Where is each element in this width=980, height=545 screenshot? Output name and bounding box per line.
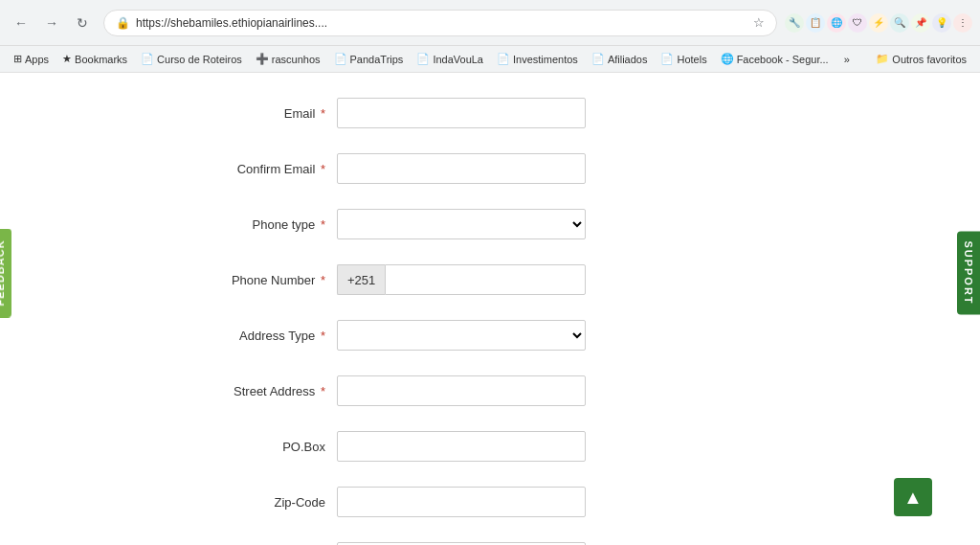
phone-type-row: Phone type * <box>165 203 815 245</box>
confirm-email-required: * <box>317 162 325 176</box>
ext-icon-5[interactable]: ⚡ <box>869 13 888 33</box>
ext-icon-7[interactable]: 📌 <box>911 13 930 33</box>
folder-icon-6: 📄 <box>660 53 674 65</box>
ext-icon-1[interactable]: 🔧 <box>785 13 804 33</box>
address-type-required: * <box>317 329 325 343</box>
feedback-label: FEEDBACK <box>0 239 6 306</box>
email-input[interactable] <box>337 98 586 128</box>
support-label: SUPPORT <box>963 240 974 305</box>
bookmark-hotels-label: Hotels <box>677 54 706 65</box>
folder-icon-3: 📄 <box>416 53 430 65</box>
support-tab[interactable]: SUPPORT <box>957 231 980 314</box>
confirm-email-label: Confirm Email * <box>165 162 337 176</box>
main-content: Email * Confirm Email * Phone type * Pho… <box>0 73 980 545</box>
zip-code-input[interactable] <box>337 487 586 517</box>
email-row: Email * <box>165 92 815 134</box>
phone-type-select[interactable] <box>337 209 586 239</box>
confirm-email-input[interactable] <box>337 153 586 184</box>
bookmark-indavoula[interactable]: 📄 IndaVouLa <box>411 50 489 68</box>
street-address-row: Street Address * <box>165 370 815 412</box>
po-box-row: PO.Box <box>165 425 815 467</box>
apps-grid-icon: ⊞ <box>13 53 22 65</box>
street-address-label: Street Address * <box>165 384 337 398</box>
address-type-row: Address Type * <box>165 314 815 356</box>
bookmark-afiliados[interactable]: 📄 Afiliados <box>586 50 654 68</box>
folder-others-icon: 📁 <box>876 53 889 65</box>
apps-label: Apps <box>25 54 49 65</box>
bookmark-bookmarks-label: Bookmarks <box>75 54 127 65</box>
folder-icon-5: 📄 <box>591 53 605 65</box>
star-bookmark-icon: ★ <box>62 53 72 65</box>
refresh-button[interactable]: ↻ <box>69 10 96 36</box>
street-address-required: * <box>317 384 325 398</box>
ext-icon-3[interactable]: 🌐 <box>827 13 846 33</box>
po-box-label: PO.Box <box>165 440 337 454</box>
lock-icon: 🔒 <box>116 16 130 30</box>
folder-icon-4: 📄 <box>497 53 510 65</box>
apps-button[interactable]: ⊞ Apps <box>8 50 55 68</box>
scroll-top-icon: ▲ <box>903 487 923 509</box>
plus-bookmark-icon: ➕ <box>256 53 269 65</box>
bookmark-bookmarks[interactable]: ★ Bookmarks <box>56 50 133 68</box>
ext-icon-2[interactable]: 📋 <box>806 13 825 33</box>
nav-buttons: ← → ↻ <box>8 10 96 36</box>
email-required: * <box>317 106 325 121</box>
confirm-email-row: Confirm Email * <box>165 148 815 190</box>
ext-icon-6[interactable]: 🔍 <box>890 13 909 33</box>
phone-number-row: Phone Number * +251 <box>165 259 815 301</box>
po-box-input[interactable] <box>337 431 586 462</box>
star-icon[interactable]: ☆ <box>753 15 765 30</box>
bookmark-curso-label: Curso de Roteiros <box>157 54 242 65</box>
address-bar[interactable]: 🔒 https://shebamiles.ethiopianairlines..… <box>103 10 777 36</box>
browser-chrome: ← → ↻ 🔒 https://shebamiles.ethiopianairl… <box>0 0 980 73</box>
more-bookmarks-button[interactable]: » <box>838 51 856 68</box>
folder-icon-2: 📄 <box>334 53 347 65</box>
back-button[interactable]: ← <box>8 10 34 36</box>
other-favorites-button[interactable]: 📁 Outros favoritos <box>870 50 972 68</box>
bookmark-rascunhos[interactable]: ➕ rascunhos <box>250 50 326 68</box>
ext-icon-8[interactable]: 💡 <box>932 13 951 33</box>
url-text: https://shebamiles.ethiopianairlines.... <box>136 16 327 30</box>
feedback-tab[interactable]: FEEDBACK <box>0 228 11 317</box>
folder-icon-1: 📄 <box>141 53 154 65</box>
bookmark-panda-label: PandaTrips <box>350 54 404 65</box>
bookmark-investimentos[interactable]: 📄 Investimentos <box>491 50 584 68</box>
globe-icon: 🌐 <box>721 53 734 65</box>
address-type-select[interactable] <box>337 320 586 351</box>
form-container: Email * Confirm Email * Phone type * Pho… <box>126 92 854 545</box>
phone-prefix: +251 <box>337 264 385 295</box>
menu-button[interactable]: ⋮ <box>953 13 972 33</box>
bookmark-afiliados-label: Afiliados <box>608 54 648 65</box>
country-row: Country * <box>165 536 815 545</box>
bookmark-facebook[interactable]: 🌐 Facebook - Segur... <box>715 50 835 68</box>
phone-number-label: Phone Number * <box>165 273 337 287</box>
email-label: Email * <box>165 106 337 121</box>
bookmark-rascunhos-label: rascunhos <box>272 54 321 65</box>
phone-number-input[interactable] <box>385 264 586 295</box>
ext-icon-4[interactable]: 🛡 <box>848 13 867 33</box>
more-bookmarks-label: » <box>844 54 850 65</box>
bookmark-hotels[interactable]: 📄 Hotels <box>655 50 712 68</box>
phone-type-label: Phone type * <box>165 217 337 232</box>
bookmarks-bar: ⊞ Apps ★ Bookmarks 📄 Curso de Roteiros ➕… <box>0 46 980 73</box>
scroll-to-top-button[interactable]: ▲ <box>894 478 932 516</box>
bookmark-panda[interactable]: 📄 PandaTrips <box>328 50 410 68</box>
extension-icons: 🔧 📋 🌐 🛡 ⚡ 🔍 📌 💡 ⋮ <box>785 13 972 33</box>
bookmark-facebook-label: Facebook - Segur... <box>737 54 829 65</box>
bookmark-investimentos-label: Investimentos <box>513 54 578 65</box>
address-type-label: Address Type * <box>165 329 337 343</box>
zip-code-row: Zip-Code <box>165 481 815 523</box>
phone-type-required: * <box>317 217 325 232</box>
street-address-input[interactable] <box>337 375 586 406</box>
bookmark-indavoula-label: IndaVouLa <box>433 54 483 65</box>
zip-code-label: Zip-Code <box>165 495 337 510</box>
phone-number-wrapper: +251 <box>337 264 586 295</box>
browser-titlebar: ← → ↻ 🔒 https://shebamiles.ethiopianairl… <box>0 0 980 46</box>
bookmark-curso[interactable]: 📄 Curso de Roteiros <box>135 50 248 68</box>
others-label: Outros favoritos <box>892 54 967 65</box>
forward-button[interactable]: → <box>38 10 65 36</box>
phone-number-required: * <box>317 273 325 287</box>
